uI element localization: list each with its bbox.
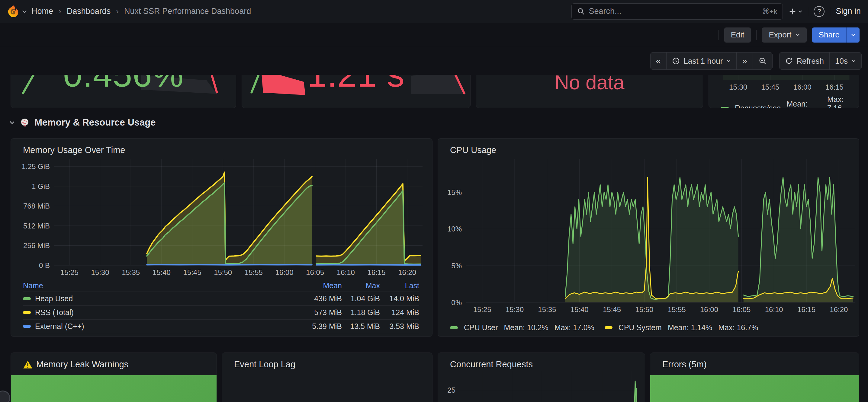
share-label: Share bbox=[819, 30, 840, 39]
panel-title[interactable]: Memory Leak Warnings bbox=[23, 360, 128, 369]
series-toggle-external[interactable]: External (C++) bbox=[23, 322, 300, 331]
series-mean: 5.39 MiB bbox=[300, 322, 342, 331]
panel-title[interactable]: CPU Usage bbox=[450, 145, 496, 155]
refresh-button[interactable]: Refresh bbox=[779, 53, 830, 69]
panel-title[interactable]: Memory Usage Over Time bbox=[23, 145, 125, 155]
cpu-usage-panel: CPU Usage 15:2515:3015:3515:4015:4515:50… bbox=[438, 138, 859, 337]
series-last: 124 MiB bbox=[380, 308, 419, 317]
help-button[interactable]: ? bbox=[814, 6, 825, 17]
legend-row-heap: Heap Used 436 MiB 1.04 GiB 14.0 MiB bbox=[23, 292, 419, 305]
svg-text:1 GiB: 1 GiB bbox=[32, 182, 50, 191]
time-range-group: « Last 1 hour » bbox=[650, 52, 773, 70]
svg-text:15:50: 15:50 bbox=[635, 305, 653, 313]
svg-text:15:25: 15:25 bbox=[473, 305, 491, 313]
edit-label: Edit bbox=[731, 30, 744, 39]
search-input[interactable]: Search... ⌘+k bbox=[571, 3, 783, 20]
series-mean: Mean: 10.2% bbox=[504, 323, 549, 332]
errors-panel: Errors (5m) 10.2 bbox=[650, 353, 859, 402]
legend-header-last[interactable]: Last bbox=[380, 281, 419, 290]
series-swatch bbox=[23, 311, 31, 314]
export-button[interactable]: Export bbox=[762, 28, 806, 42]
edit-button[interactable]: Edit bbox=[724, 28, 751, 42]
breadcrumb-dashboards[interactable]: Dashboards bbox=[67, 7, 111, 16]
series-toggle-rss[interactable]: RSS (Total) bbox=[23, 308, 300, 317]
chevron-down-icon bbox=[798, 10, 803, 13]
legend-header-name[interactable]: Name bbox=[23, 281, 300, 290]
memory-usage-panel: Memory Usage Over Time 15:2515:3015:3515… bbox=[10, 138, 433, 337]
svg-text:16:20: 16:20 bbox=[398, 268, 416, 276]
dashboard-toolbar: Edit Export Share bbox=[0, 23, 868, 47]
concurrent-chart[interactable]: 2520 bbox=[441, 371, 642, 402]
svg-text:15:35: 15:35 bbox=[122, 268, 140, 276]
svg-text:15:30: 15:30 bbox=[729, 83, 747, 91]
sign-in-button[interactable]: Sign in bbox=[836, 7, 861, 16]
svg-text:16:15: 16:15 bbox=[367, 268, 385, 276]
memory-chart[interactable]: 15:2515:3015:3515:4015:4515:5015:5516:00… bbox=[13, 156, 430, 278]
svg-text:16:15: 16:15 bbox=[797, 305, 815, 313]
svg-text:16:00: 16:00 bbox=[275, 268, 293, 276]
time-shift-back-button[interactable]: « bbox=[651, 53, 667, 69]
chevron-down-icon bbox=[851, 60, 856, 63]
chevron-down-icon bbox=[9, 121, 15, 125]
stat-value: 0 bbox=[11, 395, 217, 402]
question-mark-icon: ? bbox=[817, 7, 821, 15]
series-toggle-heap[interactable]: Heap Used bbox=[23, 294, 300, 303]
top-nav: Home › Dashboards › Nuxt SSR Performance… bbox=[0, 0, 868, 23]
series-mean: Mean: 4.05 req/s bbox=[786, 100, 821, 108]
memory-legend-table: Name Mean Max Last Heap Used 436 MiB 1.0… bbox=[23, 279, 419, 333]
legend-header-mean[interactable]: Mean bbox=[300, 281, 342, 290]
chevron-down-icon bbox=[22, 10, 27, 13]
share-menu-button[interactable] bbox=[846, 28, 860, 42]
legend-row-external: External (C++) 5.39 MiB 13.5 MiB 3.53 Mi… bbox=[23, 319, 419, 333]
panel-title[interactable]: Errors (5m) bbox=[662, 360, 707, 369]
breadcrumb-home[interactable]: Home bbox=[31, 7, 53, 16]
legend-header-max[interactable]: Max bbox=[342, 281, 380, 290]
svg-text:25: 25 bbox=[447, 386, 456, 394]
svg-text:15:30: 15:30 bbox=[505, 305, 524, 313]
search-shortcut: ⌘+k bbox=[762, 7, 777, 16]
section-row-memory-resource[interactable]: Memory & Resource Usage bbox=[9, 117, 156, 128]
time-range-picker[interactable]: Last 1 hour bbox=[666, 53, 737, 69]
share-button[interactable]: Share bbox=[812, 28, 846, 42]
series-max: Max: 7.16 req/s bbox=[827, 95, 859, 108]
svg-text:15:40: 15:40 bbox=[153, 268, 170, 276]
series-last: 14.0 MiB bbox=[380, 294, 419, 303]
series-label: External (C++) bbox=[35, 322, 84, 331]
panel-title[interactable]: Concurrent Requests bbox=[450, 360, 533, 369]
export-label: Export bbox=[769, 30, 791, 39]
series-max: Max: 16.7% bbox=[718, 323, 758, 332]
legend-row-rss: RSS (Total) 573 MiB 1.18 GiB 124 MiB bbox=[23, 305, 419, 319]
double-chevron-right-icon: » bbox=[742, 56, 747, 66]
svg-text:15:45: 15:45 bbox=[761, 83, 779, 91]
chevron-down-icon bbox=[795, 33, 800, 36]
refresh-label: Refresh bbox=[797, 57, 824, 66]
requests-legend[interactable]: Requests/sec Mean: 4.05 req/s Max: 7.16 … bbox=[721, 95, 859, 108]
add-new-button[interactable] bbox=[788, 7, 803, 16]
breadcrumb-current-dashboard: Nuxt SSR Performance Dashboard bbox=[124, 7, 251, 16]
zoom-out-time-button[interactable] bbox=[753, 53, 772, 69]
zoom-out-icon bbox=[758, 57, 767, 65]
section-title: Memory & Resource Usage bbox=[34, 117, 156, 128]
panel-title-text: Errors (5m) bbox=[662, 360, 707, 369]
grafana-logo-menu[interactable] bbox=[0, 5, 31, 18]
panel-title-text: Memory Usage Over Time bbox=[23, 145, 125, 155]
chevron-down-icon bbox=[851, 33, 856, 36]
warning-icon bbox=[23, 360, 33, 369]
svg-text:256 MiB: 256 MiB bbox=[23, 241, 50, 249]
refresh-interval-picker[interactable]: 10s bbox=[830, 53, 861, 69]
panel-title[interactable]: Event Loop Lag bbox=[234, 360, 296, 369]
grafana-logo-icon bbox=[7, 5, 19, 18]
cpu-chart[interactable]: 15:2515:3015:3515:4015:4515:5015:5516:00… bbox=[440, 156, 857, 316]
legend-header-row: Name Mean Max Last bbox=[23, 279, 419, 292]
floating-help-bubble[interactable] bbox=[0, 391, 10, 402]
divider bbox=[718, 30, 719, 40]
series-label[interactable]: CPU System bbox=[619, 323, 662, 332]
series-swatch bbox=[721, 107, 729, 108]
time-shift-forward-button[interactable]: » bbox=[737, 53, 753, 69]
cpu-legend: CPU User Mean: 10.2% Max: 17.0% CPU Syst… bbox=[450, 323, 758, 332]
svg-text:15:45: 15:45 bbox=[183, 268, 201, 276]
series-label: RSS (Total) bbox=[35, 308, 74, 317]
series-label[interactable]: CPU User bbox=[464, 323, 498, 332]
series-mean: 436 MiB bbox=[300, 294, 342, 303]
brain-icon bbox=[20, 118, 30, 127]
